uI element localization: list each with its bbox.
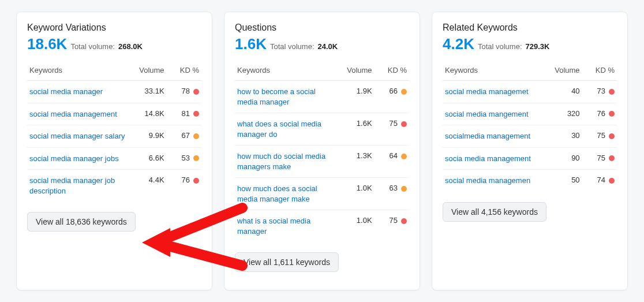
kd-cell: 53 — [167, 147, 201, 170]
kd-cell: 75 — [375, 210, 409, 243]
keyword-link[interactable]: social media management — [29, 109, 117, 120]
kd-cell: 76 — [167, 170, 201, 202]
keyword-link[interactable]: social media managemen — [445, 176, 530, 186]
kd-dot-icon — [401, 218, 407, 224]
kd-cell: 81 — [167, 103, 201, 125]
col-header-volume: Volume — [128, 60, 166, 81]
volume-cell: 50 — [544, 170, 582, 192]
kd-value: 63 — [390, 184, 398, 192]
table-row: how much do social media managers make 1… — [235, 146, 409, 178]
keyword-table: Keywords Volume KD % how to become a soc… — [235, 60, 409, 242]
kd-dot-icon — [609, 89, 615, 95]
col-header-keywords: Keywords — [235, 60, 336, 81]
keyword-link[interactable]: how to become a social media manager — [237, 87, 334, 107]
card-stat-row: 1.6K Total volume: 24.0K — [235, 35, 409, 53]
kd-cell: 73 — [582, 81, 617, 103]
keyword-link[interactable]: how much do social media managers make — [237, 151, 334, 171]
kd-value: 75 — [597, 154, 605, 162]
kd-dot-icon — [193, 89, 199, 95]
table-row: social media mangement 320 76 — [443, 103, 617, 125]
table-row: how much does a social media manager mak… — [235, 178, 409, 210]
keyword-link[interactable]: what does a social media manager do — [237, 119, 334, 139]
volume-cell: 14.8K — [128, 103, 166, 125]
kd-cell: 76 — [582, 103, 617, 125]
kd-cell: 74 — [582, 170, 617, 192]
kd-value: 75 — [390, 119, 398, 128]
table-row: social media manager 33.1K 78 — [27, 81, 201, 103]
kd-cell: 75 — [582, 125, 617, 148]
kd-value: 76 — [597, 109, 605, 118]
keyword-link[interactable]: what is a social media manager — [237, 216, 334, 236]
kd-value: 75 — [390, 216, 398, 225]
kd-dot-icon — [609, 178, 615, 184]
kd-cell: 75 — [375, 113, 409, 146]
kd-dot-icon — [401, 154, 407, 159]
table-row: social media manager job description 4.4… — [27, 170, 201, 202]
volume-cell: 33.1K — [128, 81, 166, 103]
keyword-link[interactable]: social media mangement — [445, 109, 529, 120]
keyword-variations-card: Keyword Variations 18.6K Total volume: 2… — [16, 12, 212, 290]
cards-container: Keyword Variations 18.6K Total volume: 2… — [0, 0, 644, 302]
keyword-link[interactable]: how much does a social media manager mak… — [237, 184, 334, 204]
keyword-link[interactable]: socialmedia management — [445, 131, 530, 141]
card-title: Keyword Variations — [27, 23, 201, 33]
related-keywords-card: Related Keywords 4.2K Total volume: 729.… — [432, 12, 628, 290]
volume-cell: 9.9K — [128, 125, 166, 148]
volume-cell: 4.4K — [128, 170, 166, 202]
card-stat-row: 4.2K Total volume: 729.3K — [443, 35, 617, 53]
total-volume-value: 729.3K — [526, 42, 550, 51]
volume-cell: 1.0K — [336, 178, 374, 210]
kd-dot-icon — [401, 89, 407, 95]
kd-value: 64 — [390, 151, 398, 160]
kd-value: 75 — [597, 131, 605, 140]
kd-dot-icon — [193, 133, 199, 139]
keyword-link[interactable]: social media manager salary — [29, 131, 125, 141]
col-header-volume: Volume — [336, 60, 374, 81]
table-row: what does a social media manager do 1.6K… — [235, 113, 409, 146]
view-all-button[interactable]: View all 18,636 keywords — [27, 212, 136, 232]
keyword-link[interactable]: social media manager job description — [29, 176, 126, 196]
table-row: social media management 14.8K 81 — [27, 103, 201, 125]
kd-dot-icon — [401, 186, 407, 192]
kd-value: 53 — [182, 154, 190, 162]
kd-cell: 78 — [167, 81, 201, 103]
keyword-link[interactable]: socia media management — [445, 154, 531, 164]
kd-value: 81 — [182, 109, 190, 118]
keyword-count: 4.2K — [443, 35, 474, 53]
table-row: socia media management 90 75 — [443, 147, 617, 170]
kd-value: 67 — [182, 131, 190, 140]
table-row: how to become a social media manager 1.9… — [235, 81, 409, 113]
volume-cell: 1.0K — [336, 210, 374, 243]
col-header-volume: Volume — [544, 60, 582, 81]
kd-value: 66 — [390, 87, 398, 95]
kd-dot-icon — [609, 133, 615, 139]
table-row: socialmedia management 30 75 — [443, 125, 617, 148]
volume-cell: 90 — [544, 147, 582, 170]
card-title: Related Keywords — [443, 23, 617, 33]
kd-value: 74 — [597, 176, 605, 184]
view-all-button[interactable]: View all 4,156 keywords — [443, 202, 546, 222]
keyword-link[interactable]: social media managemet — [445, 87, 529, 97]
total-volume-value: 268.0K — [118, 42, 143, 51]
kd-dot-icon — [609, 111, 615, 117]
table-row: social media managemet 40 73 — [443, 81, 617, 103]
kd-dot-icon — [609, 155, 615, 161]
card-stat-row: 18.6K Total volume: 268.0K — [27, 35, 201, 53]
kd-value: 78 — [182, 87, 190, 95]
table-row: what is a social media manager 1.0K 75 — [235, 210, 409, 243]
col-header-keywords: Keywords — [443, 60, 544, 81]
col-header-kd: KD % — [582, 60, 617, 81]
view-all-button[interactable]: View all 1,611 keywords — [235, 252, 339, 272]
kd-value: 76 — [182, 176, 190, 184]
table-row: social media managemen 50 74 — [443, 170, 617, 192]
kd-dot-icon — [193, 178, 199, 184]
volume-cell: 320 — [544, 103, 582, 125]
kd-dot-icon — [193, 111, 199, 117]
kd-dot-icon — [401, 121, 407, 127]
keyword-count: 18.6K — [27, 35, 67, 53]
keyword-link[interactable]: social media manager jobs — [29, 154, 119, 164]
volume-cell: 1.9K — [336, 81, 374, 113]
col-header-kd: KD % — [167, 60, 201, 81]
total-volume-label: Total volume: — [270, 42, 314, 51]
keyword-link[interactable]: social media manager — [29, 87, 103, 97]
